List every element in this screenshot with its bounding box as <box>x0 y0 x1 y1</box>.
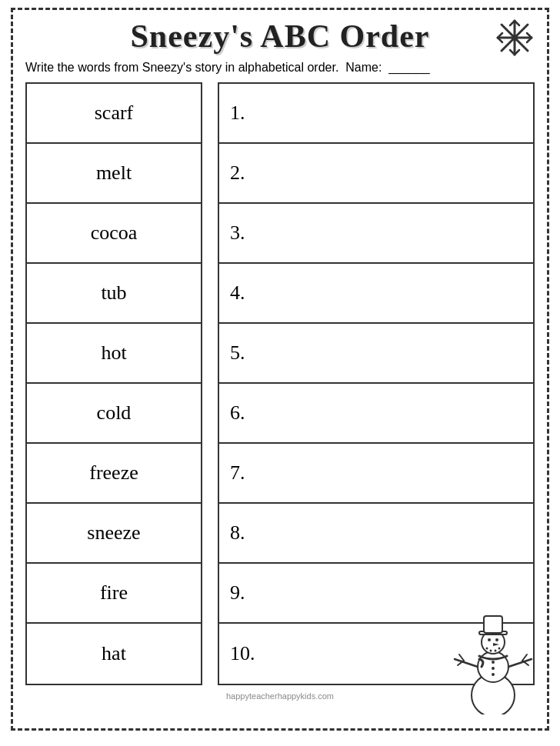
title-area: Sneezy's ABC Order <box>25 18 535 55</box>
word-cell: cocoa <box>27 204 201 264</box>
svg-line-32 <box>522 654 527 661</box>
answer-cell: 6. <box>219 384 533 444</box>
answer-cell: 7. <box>219 444 533 504</box>
answer-cell: 3. <box>219 204 533 264</box>
word-column: scarfmeltcocoatubhotcoldfreezesneezefire… <box>25 82 202 685</box>
word-cell: freeze <box>27 444 201 504</box>
svg-point-19 <box>495 638 498 641</box>
main-content: scarfmeltcocoatubhotcoldfreezesneezefire… <box>25 82 535 685</box>
word-cell: hot <box>27 324 201 384</box>
answer-cell: 2. <box>219 144 533 204</box>
answer-cell: 8. <box>219 504 533 564</box>
svg-point-27 <box>492 673 495 676</box>
svg-point-25 <box>492 661 495 664</box>
snowman-image <box>447 607 539 707</box>
svg-point-24 <box>498 648 501 650</box>
svg-point-22 <box>490 650 492 652</box>
instructions-text: Write the words from Sneezy's story in a… <box>25 61 535 75</box>
word-cell: fire <box>27 564 201 624</box>
svg-point-12 <box>512 35 518 41</box>
word-cell: melt <box>27 144 201 204</box>
svg-point-26 <box>492 667 495 670</box>
word-cell: sneeze <box>27 504 201 564</box>
worksheet-container: Sneezy's ABC Order Write the wor <box>11 8 549 731</box>
word-cell: tub <box>27 264 201 324</box>
answer-cell: 5. <box>219 324 533 384</box>
svg-point-18 <box>488 638 491 641</box>
answer-cell: 4. <box>219 264 533 324</box>
answer-column: 1.2.3.4.5.6.7.8.9.10. <box>218 82 535 685</box>
svg-line-29 <box>459 654 464 661</box>
footer-text: happyteacherhappykids.com <box>226 691 334 701</box>
answer-cell: 1. <box>219 84 533 144</box>
word-cell: hat <box>27 624 201 684</box>
snowflake-icon <box>495 18 535 66</box>
svg-point-21 <box>486 648 488 650</box>
svg-rect-17 <box>484 616 502 633</box>
svg-point-23 <box>495 650 497 652</box>
word-cell: cold <box>27 384 201 444</box>
page-title: Sneezy's ABC Order <box>131 18 430 55</box>
word-cell: scarf <box>27 84 201 144</box>
